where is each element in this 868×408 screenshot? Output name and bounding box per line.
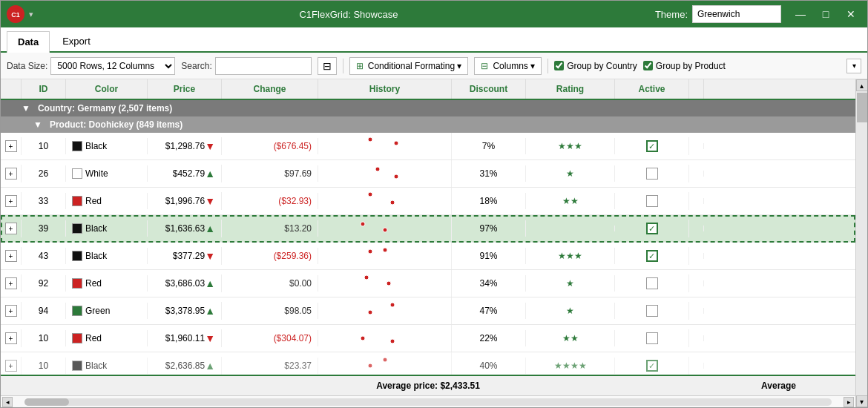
header-price[interactable]: Price: [148, 79, 222, 99]
table-row[interactable]: + 39 Black $1,636.63 ▲ $13.20 97% ✓: [1, 215, 855, 243]
color-cell: Black: [66, 220, 148, 237]
sparkline-svg: [355, 300, 415, 321]
active-cell[interactable]: [615, 192, 689, 210]
id-cell: 43: [22, 248, 66, 264]
table-row[interactable]: + 94 Green $3,378.95 ▲ $98.05 47% ★: [1, 297, 855, 325]
theme-select[interactable]: Greenwich Office2019 Material Bootstrap: [692, 5, 781, 23]
active-checkbox[interactable]: [646, 277, 658, 289]
svg-point-12: [364, 275, 369, 280]
header-active[interactable]: Active: [615, 79, 689, 99]
active-cell[interactable]: [615, 165, 689, 182]
header-discount[interactable]: Discount: [452, 79, 526, 99]
subgroup-expand-icon: ▼: [33, 119, 42, 130]
active-cell[interactable]: [615, 274, 689, 292]
group-by-product-checkbox[interactable]: [643, 61, 653, 70]
active-cell[interactable]: ✓: [615, 137, 689, 155]
table-row[interactable]: + 10 Black $2,636.85 ▲ $23.37 40% ★★★★ ✓: [1, 352, 855, 375]
row-scroll-cell: [689, 171, 704, 177]
change-cell: ($259.36): [222, 248, 318, 264]
window-title: C1FlexGrid: Showcase: [42, 9, 655, 20]
id-cell: 94: [22, 303, 66, 319]
row-expand-button[interactable]: +: [5, 195, 17, 207]
toolbar: Data Size: 5000 Rows, 12 Columns 1000 Ro…: [1, 53, 867, 79]
table-row[interactable]: + 26 White $452.79 ▲ $97.69 31% ★: [1, 160, 855, 188]
vertical-scrollbar[interactable]: ▴ ▾: [855, 79, 867, 407]
discount-cell: 97%: [452, 220, 526, 237]
price-cell: $3,378.95 ▲: [148, 302, 222, 320]
history-cell: [318, 270, 452, 297]
data-size-label: Data Size:: [7, 61, 47, 71]
header-scrollbar: [689, 79, 704, 99]
row-expand-button[interactable]: +: [5, 277, 17, 289]
row-expand-button[interactable]: +: [5, 332, 17, 344]
tab-export[interactable]: Export: [51, 30, 102, 51]
discount-cell: 40%: [452, 358, 526, 374]
dropdown-arrow-icon[interactable]: ▾: [29, 10, 33, 19]
header-rating[interactable]: Rating: [526, 79, 615, 99]
active-checkbox[interactable]: ✓: [646, 140, 658, 152]
header-id[interactable]: ID: [22, 79, 66, 99]
row-expand-button[interactable]: +: [5, 223, 17, 234]
row-expand-button[interactable]: +: [5, 168, 17, 180]
active-cell[interactable]: ✓: [615, 247, 689, 265]
row-expand-button[interactable]: +: [5, 250, 17, 262]
active-cell[interactable]: ✓: [615, 357, 689, 375]
active-checkbox[interactable]: ✓: [646, 223, 658, 234]
scrollbar-v-thumb[interactable]: [857, 93, 867, 122]
scroll-down-button[interactable]: ▾: [856, 395, 868, 407]
row-expand-button[interactable]: +: [5, 305, 17, 317]
close-button[interactable]: ✕: [841, 4, 861, 24]
scrollbar-thumb[interactable]: [24, 398, 69, 406]
minimize-button[interactable]: —: [790, 4, 811, 24]
active-checkbox[interactable]: [646, 332, 658, 344]
maximize-button[interactable]: □: [815, 4, 836, 24]
table-row[interactable]: + 10 Red $1,960.11 ▼ ($304.07) 22% ★★: [1, 325, 855, 352]
arrow-down-icon: ▼: [205, 195, 215, 207]
scroll-right-button[interactable]: ▸: [844, 397, 854, 407]
scroll-up-button[interactable]: ▴: [856, 79, 868, 91]
active-cell[interactable]: [615, 329, 689, 347]
conditional-formatting-button[interactable]: ⊞ Conditional Formating ▾: [349, 57, 469, 75]
svg-point-2: [368, 137, 372, 142]
svg-point-14: [368, 310, 372, 315]
active-cell[interactable]: ✓: [615, 220, 689, 237]
rating-cell: ★: [526, 303, 615, 319]
grid-container: ID Color Price Change History Discount R…: [1, 79, 867, 407]
collapse-button[interactable]: ▾: [846, 59, 861, 73]
active-checkbox[interactable]: [646, 195, 658, 207]
toolbar-collapse: ▾: [846, 59, 861, 73]
tab-data[interactable]: Data: [7, 31, 50, 53]
active-checkbox[interactable]: [646, 168, 658, 180]
active-cell[interactable]: [615, 302, 689, 320]
color-swatch: [72, 141, 82, 151]
table-row[interactable]: + 10 Black $1,298.76 ▼ ($676.45) 7% ★★★ …: [1, 133, 855, 160]
table-row[interactable]: + 43 Black $377.29 ▼ ($259.36) 91% ★★★ ✓: [1, 243, 855, 270]
group-row-product[interactable]: ▼Product: Doohickey (849 items): [1, 116, 855, 133]
scroll-left-button[interactable]: ◂: [2, 397, 13, 407]
table-row[interactable]: + 92 Red $3,686.03 ▲ $0.00 34% ★: [1, 270, 855, 297]
color-swatch: [72, 333, 82, 343]
filter-button[interactable]: ⊟: [318, 57, 337, 75]
row-expand-button[interactable]: +: [5, 360, 17, 372]
theme-selector-area: Theme: Greenwich Office2019 Material Boo…: [655, 5, 781, 23]
group-row-country[interactable]: ▼Country: Germany (2,507 items): [1, 100, 855, 116]
arrow-down-icon: ▼: [205, 140, 215, 152]
data-size-select[interactable]: 5000 Rows, 12 Columns 1000 Rows, 12 Colu…: [50, 57, 175, 75]
header-history[interactable]: History: [318, 79, 452, 99]
search-input[interactable]: [215, 57, 312, 75]
row-expand-button[interactable]: +: [5, 140, 17, 152]
active-checkbox[interactable]: ✓: [646, 360, 658, 372]
active-checkbox[interactable]: ✓: [646, 250, 658, 262]
rating-cell: ★★★: [526, 248, 615, 264]
header-color[interactable]: Color: [66, 79, 148, 99]
change-cell: $23.37: [222, 358, 318, 374]
active-checkbox[interactable]: [646, 305, 658, 317]
grid-body[interactable]: ▼Country: Germany (2,507 items)▼Product:…: [1, 100, 855, 375]
columns-button[interactable]: ⊟ Columns ▾: [474, 57, 542, 75]
group-by-country-checkbox[interactable]: [554, 61, 564, 70]
header-change[interactable]: Change: [222, 79, 318, 99]
svg-point-3: [394, 141, 398, 145]
app-logo: C1: [7, 5, 24, 23]
horizontal-scrollbar[interactable]: ◂ ▸: [1, 395, 855, 407]
table-row[interactable]: + 33 Red $1,996.76 ▼ ($32.93) 18% ★★: [1, 188, 855, 215]
